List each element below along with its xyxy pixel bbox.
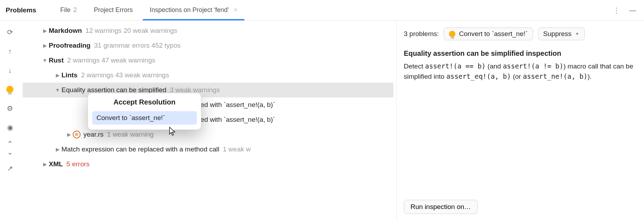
tree-node-meta: 5 errors [66, 160, 89, 168]
tree-node-label: Lints [61, 71, 77, 79]
arrow-down-icon[interactable]: ↓ [3, 64, 17, 77]
run-inspection-button[interactable]: Run inspection on… [404, 200, 478, 214]
tab-project-errors-label: Project Errors [94, 6, 133, 14]
tree-node-label: Match expression can be replaced with a … [61, 145, 219, 153]
more-vert-icon[interactable]: ⋮ [611, 5, 621, 15]
expand-all-icon[interactable]: ⌃ [3, 140, 17, 148]
tab-file-label: File [60, 6, 71, 14]
chevron-right-icon[interactable]: ▶ [54, 147, 61, 152]
tree-node-markdown[interactable]: ▶ Markdown 12 warnings 20 weak warnings [20, 23, 396, 38]
tree-node-meta: 12 warnings 20 weak warnings [85, 27, 177, 35]
quick-fix-button[interactable]: Convert to `assert_ne!` [444, 28, 533, 40]
tree-node-proofreading[interactable]: ▶ Proofreading 31 grammar errors 452 typ… [20, 38, 396, 53]
desc-text: ). [587, 73, 592, 80]
suppress-label: Suppress [543, 30, 572, 38]
collapse-all-icon[interactable]: ⌄ [3, 148, 17, 156]
chevron-down-icon[interactable]: ▼ [41, 58, 49, 63]
tab-inspections-label: Inspections on Project 'fend' [150, 6, 229, 14]
tree-node-meta: 2 warnings 47 weak warnings [67, 56, 155, 64]
bulb-icon [449, 31, 455, 37]
desc-text: Detect [404, 62, 425, 70]
tree-node-label: Rust [49, 56, 64, 64]
quick-fix-label: Convert to `assert_ne!` [459, 30, 527, 38]
tree-node-label: XML [49, 160, 63, 168]
inspection-title: Equality assertion can be simplified ins… [404, 49, 637, 58]
chevron-right-icon[interactable]: ▶ [41, 43, 49, 48]
tree-node-equality-assertion[interactable]: ▼ Equality assertion can be simplified 3… [23, 83, 394, 97]
tree-node-match-expression[interactable]: ▶ Match expression can be replaced with … [20, 142, 396, 157]
desc-code: assert_ne!(a, b) [523, 72, 587, 80]
desc-text: (or [511, 73, 523, 80]
tree-node-label: Proofreading [49, 42, 90, 49]
tab-project-errors[interactable]: Project Errors [85, 0, 141, 20]
tree-node-meta: 2 warnings 43 weak warnings [81, 71, 169, 79]
export-icon[interactable]: ↗ [3, 162, 17, 175]
inspection-description: Detect assert!(a == b) (and assert!(a !=… [404, 61, 637, 82]
chevron-right-icon[interactable]: ▶ [65, 132, 73, 137]
popup-item-convert[interactable]: Convert to `assert_ne!` [92, 111, 197, 125]
problems-topbar: Problems File 2 Project Errors Inspectio… [0, 0, 644, 20]
rust-file-icon: R [73, 131, 81, 138]
desc-text: (and [486, 62, 503, 70]
problems-tabs: File 2 Project Errors Inspections on Pro… [52, 0, 246, 20]
tree-node-meta: 1 weak warning [107, 131, 154, 138]
minimize-icon[interactable]: — [628, 5, 638, 15]
chevron-down-icon: ▼ [575, 31, 579, 36]
tree-node-rust[interactable]: ▼ Rust 2 warnings 47 weak warnings [20, 53, 396, 68]
chevron-right-icon[interactable]: ▶ [41, 28, 49, 34]
tree-node-finding[interactable]: replaced with `assert_ne!(a, b)` [20, 112, 396, 127]
tree-node-meta: 31 grammar errors 452 typos [94, 42, 181, 49]
bulb-icon[interactable] [3, 83, 17, 96]
tree-node-lints[interactable]: ▶ Lints 2 warnings 43 weak warnings [20, 68, 396, 83]
desc-code: assert_eq!(a, b) [446, 72, 511, 80]
arrow-up-icon[interactable]: ↑ [3, 44, 17, 58]
desc-code: assert!(a == b) [425, 62, 486, 70]
tab-file[interactable]: File 2 [52, 0, 85, 20]
tree-node-label: year.rs [83, 131, 104, 138]
panel-title: Problems [6, 6, 36, 14]
tab-file-count: 2 [73, 6, 77, 14]
tree-node-xml[interactable]: ▶ XML 5 errors [20, 157, 396, 172]
tree-node-year-rs[interactable]: ▶ R year.rs 1 weak warning [20, 127, 396, 142]
tab-inspections[interactable]: Inspections on Project 'fend' × [141, 0, 246, 20]
gear-icon[interactable]: ⚙ [3, 102, 17, 115]
refresh-icon[interactable]: ⟳ [3, 25, 17, 39]
suppress-button[interactable]: Suppress ▼ [538, 28, 585, 40]
tree-node-label: Markdown [49, 27, 82, 35]
popup-title: Accept Resolution [92, 98, 197, 106]
desc-code: assert!(a != b) [503, 62, 563, 70]
tree-node-finding[interactable]: replaced with `assert_ne!(a, b)` [20, 97, 396, 112]
chevron-right-icon[interactable]: ▶ [41, 161, 49, 167]
chevron-down-icon[interactable]: ▼ [54, 87, 61, 93]
left-icon-rail: ⟳ ↑ ↓ ⚙ ◉ ⌃ ⌄ ↗ [0, 20, 20, 221]
problems-count-label: 3 problems: [404, 30, 439, 38]
inspection-tree: ▶ Markdown 12 warnings 20 weak warnings … [20, 20, 397, 221]
inspection-details-panel: 3 problems: Convert to `assert_ne!` Supp… [397, 20, 644, 221]
eye-icon[interactable]: ◉ [3, 121, 17, 134]
accept-resolution-popup: Accept Resolution Convert to `assert_ne!… [88, 93, 201, 130]
chevron-right-icon[interactable]: ▶ [54, 72, 61, 78]
close-icon[interactable]: × [234, 6, 238, 14]
tree-node-meta: 1 weak w [223, 145, 251, 153]
